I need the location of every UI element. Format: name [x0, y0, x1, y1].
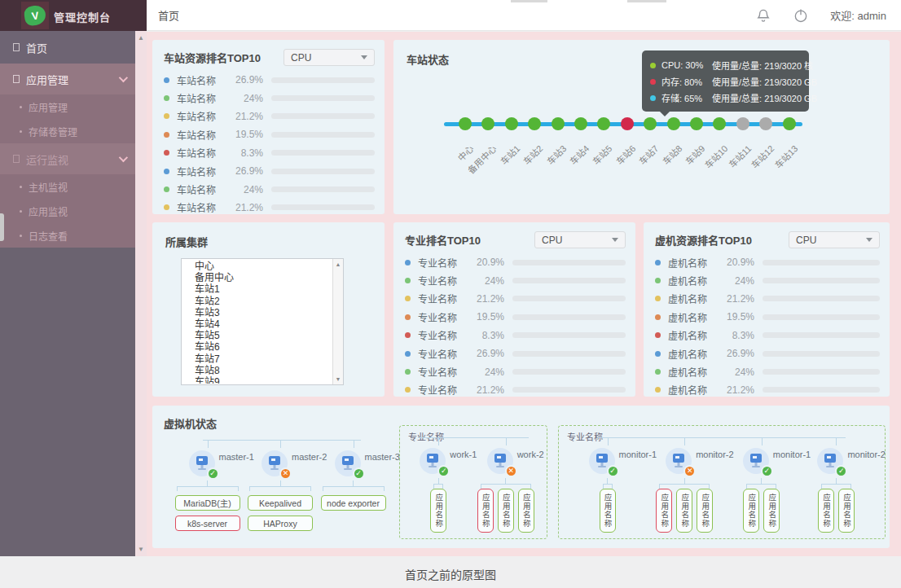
dashboard-page: V 管理控制台 首页 应用管理 应用管理 存储卷管理 [0, 0, 901, 588]
ranking-label: 专业名称 [418, 383, 468, 397]
app-icon [13, 75, 20, 83]
metric-dot [650, 63, 656, 68]
scroll-up-icon[interactable]: ▲ [135, 34, 147, 42]
series-dot [405, 260, 411, 265]
ranking-value: 20.9% [468, 257, 504, 268]
cluster-list-item[interactable]: 车站3 [195, 307, 332, 318]
cluster-list-item[interactable]: 车站5 [195, 330, 332, 341]
ranking-label: 虚机名称 [668, 365, 719, 379]
connector-stub [684, 478, 685, 484]
sidebar-item-run-monitor[interactable]: 运行监视 [0, 143, 135, 174]
cpu-select[interactable]: CPU [789, 231, 880, 248]
cluster-list-item[interactable]: 中心 [195, 261, 332, 272]
sidebar-item-label: 首页 [26, 40, 47, 55]
sidebar-item-app-management[interactable]: 应用管理 [0, 64, 135, 94]
scroll-down-icon[interactable]: ▼ [333, 376, 343, 382]
ranking-bar-track [271, 95, 375, 101]
station-dot[interactable] [528, 117, 541, 130]
sidebar-item-host-monitor[interactable]: 主机监视 [0, 174, 135, 199]
series-dot [655, 369, 661, 375]
window-edge-handle[interactable] [0, 213, 4, 241]
app-title: 管理控制台 [54, 9, 111, 24]
vm-name: master-3 [365, 452, 400, 462]
tab-home[interactable]: 首页 [158, 7, 179, 23]
chevron-down-icon [119, 153, 128, 162]
sidebar: V 管理控制台 首页 应用管理 应用管理 存储卷管理 [0, 0, 147, 556]
station-dot[interactable] [690, 117, 703, 130]
vm-apps: 应用名称 应用名称 应用名称 [477, 484, 534, 533]
vm-apps: node exporter [321, 486, 386, 511]
ranking-row: 虚机名称 21.2% [655, 381, 880, 399]
timeline-stop: 车站3 [552, 117, 565, 130]
station-dot[interactable] [597, 117, 610, 130]
cluster-list-item[interactable]: 备用中心 [195, 272, 332, 283]
group-nodes: monitor-1 应用名称 [559, 437, 885, 533]
station-dot[interactable] [783, 117, 796, 130]
app-box: MariaDB(主) [175, 495, 240, 511]
cluster-list-item[interactable]: 车站4 [195, 318, 332, 330]
connector-stub [207, 480, 208, 486]
ranking-row: 车站名称 21.2% [164, 199, 375, 217]
station-dot[interactable] [644, 117, 657, 130]
sidebar-item-log-view[interactable]: 日志查看 [0, 223, 135, 248]
series-dot [655, 260, 661, 265]
sidebar-item-home[interactable]: 首页 [0, 31, 135, 64]
ranking-value: 24% [719, 366, 754, 378]
series-dot [405, 332, 411, 338]
timeline-stop: 车站13 [783, 117, 796, 130]
app-box: Keepalived [248, 495, 313, 511]
sidebar-item-storage-volume[interactable]: 存储卷管理 [0, 119, 135, 143]
vm-name: work-2 [517, 450, 544, 459]
timeline-stop: 车站2 [528, 117, 541, 130]
select-value: CPU [796, 235, 816, 246]
cluster-listbox[interactable]: 中心 备用中心 车站1 车站2 车站3 车站4 车站5 车站6 [181, 258, 344, 385]
sidebar-item-app-monitor[interactable]: 应用监视 [0, 199, 135, 223]
ranking-row: 车站名称 24% [164, 180, 375, 198]
ranking-row: 专业名称 21.2% [405, 290, 626, 308]
station-dot[interactable] [481, 117, 494, 130]
scroll-down-icon[interactable]: ▼ [135, 546, 147, 553]
sidebar-item-label: 应用管理 [26, 72, 68, 87]
bell-icon[interactable] [755, 7, 771, 24]
sidebar-item-app-management-sub[interactable]: 应用管理 [0, 94, 135, 119]
ranking-row: 专业名称 26.9% [405, 344, 626, 362]
status-tooltip: CPU: 30% 使用量/总量: 219/3020 核 内存: 80% 使用量/… [642, 50, 809, 112]
ranking-label: 车站名称 [177, 146, 227, 160]
sidebar-scrollbar[interactable]: ▲ ▼ [135, 31, 147, 556]
select-value: CPU [291, 52, 311, 64]
vm-apps: 应用名称 [600, 484, 616, 533]
station-dot[interactable] [574, 117, 587, 130]
cluster-list-item[interactable]: 车站8 [195, 365, 332, 376]
station-dot[interactable] [667, 117, 680, 130]
cluster-list-item[interactable]: 车站9 [195, 376, 332, 384]
station-dot[interactable] [459, 117, 472, 130]
app-label: 应用名称 [658, 494, 670, 528]
ranking-label: 虚机名称 [668, 328, 719, 342]
cpu-select[interactable]: CPU [534, 231, 626, 248]
series-dot [405, 387, 411, 393]
ranking-label: 车站名称 [177, 182, 227, 196]
app-box: 应用名称 [477, 489, 494, 533]
station-dot[interactable] [736, 117, 749, 130]
cluster-list-item[interactable]: 车站7 [195, 353, 332, 365]
station-dot[interactable] [552, 117, 565, 130]
cpu-select[interactable]: CPU [283, 49, 375, 66]
cluster-list-item[interactable]: 车站6 [195, 341, 332, 353]
power-icon[interactable] [793, 7, 809, 24]
ranking-value: 21.2% [468, 293, 504, 305]
app-label: 应用名称 [521, 494, 532, 528]
scroll-up-icon[interactable]: ▲ [333, 261, 343, 267]
station-dot[interactable] [759, 117, 772, 130]
caret-down-icon [361, 55, 367, 59]
station-dot[interactable] [505, 117, 518, 130]
vm-name: monitor-2 [696, 450, 733, 459]
ranking-bar-track [763, 351, 880, 357]
cluster-list-item[interactable]: 车站2 [195, 296, 332, 307]
station-dot[interactable] [713, 117, 726, 130]
ranking-row: 专业名称 20.9% [405, 253, 626, 271]
status-badge [437, 465, 450, 477]
listbox-scrollbar[interactable]: ▲ ▼ [332, 259, 343, 384]
station-dot[interactable] [621, 117, 634, 130]
cluster-list-item[interactable]: 车站1 [195, 283, 332, 295]
ranking-bar-track [512, 296, 626, 301]
